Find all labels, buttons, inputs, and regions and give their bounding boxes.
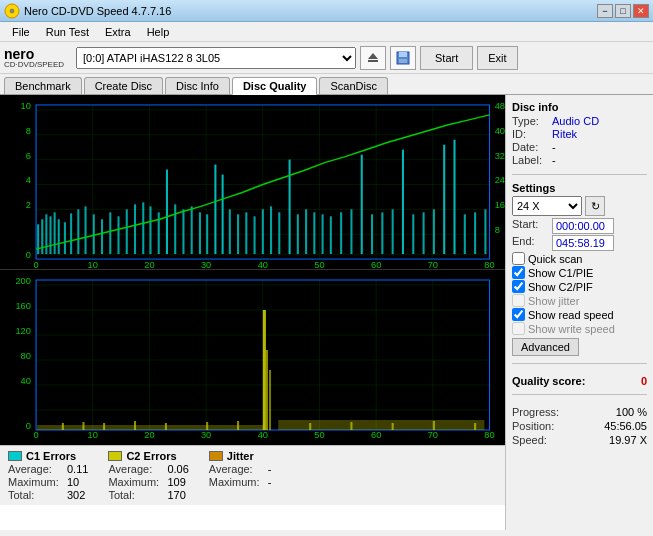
svg-rect-90 (381, 212, 383, 254)
svg-rect-71 (214, 165, 216, 254)
save-icon (396, 51, 410, 65)
svg-rect-67 (182, 209, 184, 254)
svg-text:48: 48 (495, 101, 505, 111)
svg-rect-142 (165, 423, 167, 430)
quick-scan-row: Quick scan (512, 252, 647, 265)
svg-rect-66 (174, 204, 176, 254)
title-controls: − □ ✕ (597, 4, 649, 18)
tab-disc-info[interactable]: Disc Info (165, 77, 230, 94)
speed-select[interactable]: Max1 X2 X4 X8 X12 X16 X24 X32 X40 X48 X5… (512, 196, 582, 216)
c2-max-value: 109 (167, 476, 185, 488)
close-button[interactable]: ✕ (633, 4, 649, 18)
svg-text:8: 8 (495, 225, 500, 235)
end-time-input[interactable] (552, 235, 614, 251)
maximize-button[interactable]: □ (615, 4, 631, 18)
svg-rect-87 (350, 209, 352, 254)
svg-rect-53 (70, 213, 72, 254)
svg-rect-70 (206, 214, 208, 254)
id-label: ID: (512, 128, 548, 140)
menu-help[interactable]: Help (139, 24, 178, 40)
start-label: Start: (512, 218, 548, 234)
start-time-input[interactable] (552, 218, 614, 234)
date-value: - (552, 141, 556, 153)
eject-button[interactable] (360, 46, 386, 70)
right-panel: Disc info Type: Audio CD ID: Ritek Date:… (505, 95, 653, 530)
svg-rect-94 (423, 212, 425, 254)
menu-extra[interactable]: Extra (97, 24, 139, 40)
show-c2-checkbox[interactable] (512, 280, 525, 293)
tabs: Benchmark Create Disc Disc Info Disc Qua… (0, 74, 653, 94)
c1-avg-value: 0.11 (67, 463, 88, 475)
show-jitter-label: Show jitter (528, 295, 579, 307)
svg-text:70: 70 (428, 430, 438, 440)
menu-bar: File Run Test Extra Help (0, 22, 653, 42)
show-c1-label: Show C1/PIE (528, 267, 593, 279)
exit-button[interactable]: Exit (477, 46, 517, 70)
svg-rect-86 (340, 212, 342, 254)
c2-avg-value: 0.06 (167, 463, 188, 475)
svg-rect-57 (101, 219, 103, 254)
svg-rect-46 (37, 224, 39, 254)
divider-3 (512, 394, 647, 395)
date-label: Date: (512, 141, 548, 153)
tab-benchmark[interactable]: Benchmark (4, 77, 82, 94)
svg-rect-141 (134, 421, 136, 430)
c2-max-label: Maximum: (108, 476, 163, 488)
svg-rect-58 (109, 212, 111, 254)
svg-rect-68 (191, 206, 193, 254)
divider-1 (512, 174, 647, 175)
svg-rect-3 (368, 60, 378, 62)
save-button[interactable] (390, 46, 416, 70)
svg-rect-74 (237, 214, 239, 254)
menu-run-test[interactable]: Run Test (38, 24, 97, 40)
jitter-max-value: - (268, 476, 272, 488)
c2-total-label: Total: (108, 489, 163, 501)
svg-rect-88 (361, 155, 363, 254)
legend-jitter: Jitter Average: - Maximum: - (209, 450, 272, 501)
svg-rect-149 (474, 423, 476, 430)
tab-create-disc[interactable]: Create Disc (84, 77, 163, 94)
minimize-button[interactable]: − (597, 4, 613, 18)
legend-c2: C2 Errors Average: 0.06 Maximum: 109 Tot… (108, 450, 188, 501)
svg-text:30: 30 (201, 260, 211, 269)
label-value: - (552, 154, 556, 166)
svg-rect-85 (330, 216, 332, 254)
chart-bottom-svg: 200 160 120 80 40 0 0 10 20 30 40 50 60 … (0, 270, 505, 445)
logo-bottom: CD·DVD/SPEED (4, 61, 64, 69)
svg-marker-2 (368, 53, 378, 59)
tab-disc-quality[interactable]: Disc Quality (232, 77, 318, 95)
show-jitter-checkbox[interactable] (512, 294, 525, 307)
show-c1-row: Show C1/PIE (512, 266, 647, 279)
chart-top: 10 8 6 4 2 0 48 40 32 24 16 8 0 10 20 30… (0, 95, 505, 270)
menu-file[interactable]: File (4, 24, 38, 40)
quick-scan-checkbox[interactable] (512, 252, 525, 265)
svg-rect-95 (433, 209, 435, 254)
jitter-avg-label: Average: (209, 463, 264, 475)
advanced-button[interactable]: Advanced (512, 338, 579, 356)
quality-score-value: 0 (641, 375, 647, 387)
svg-text:4: 4 (26, 176, 31, 186)
show-read-speed-checkbox[interactable] (512, 308, 525, 321)
show-c1-checkbox[interactable] (512, 266, 525, 279)
start-button[interactable]: Start (420, 46, 473, 70)
refresh-button[interactable]: ↻ (585, 196, 605, 216)
svg-rect-133 (263, 310, 266, 430)
svg-rect-92 (402, 150, 404, 254)
svg-rect-80 (289, 160, 291, 254)
c2-total-value: 170 (167, 489, 185, 501)
svg-rect-145 (309, 423, 311, 430)
c2-label: C2 Errors (126, 450, 176, 462)
logo-top: nero (4, 47, 64, 61)
svg-text:50: 50 (314, 430, 324, 440)
progress-row: Progress: 100 % (512, 406, 647, 418)
c1-color (8, 451, 22, 461)
svg-rect-78 (270, 206, 272, 254)
jitter-max-label: Maximum: (209, 476, 264, 488)
svg-text:10: 10 (88, 430, 98, 440)
tab-scan-disc[interactable]: ScanDisc (319, 77, 387, 94)
svg-rect-99 (474, 212, 476, 254)
drive-select[interactable]: [0:0] ATAPI iHAS122 8 3L05 (76, 47, 356, 69)
svg-text:80: 80 (21, 351, 31, 361)
show-write-speed-checkbox[interactable] (512, 322, 525, 335)
svg-text:40: 40 (495, 126, 505, 136)
